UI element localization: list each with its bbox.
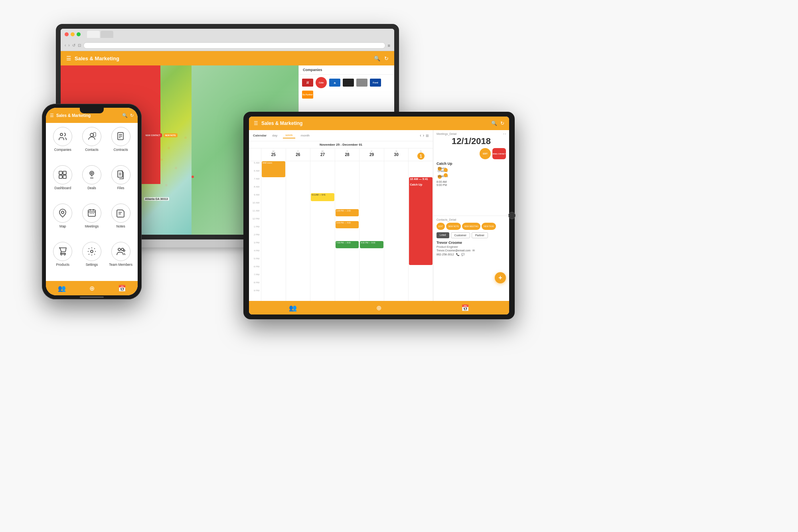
phone-menu-meetings[interactable]: Meetings (79, 204, 105, 239)
contacts-new-note-button[interactable]: NEW NOTE (446, 223, 461, 230)
event-thu-1[interactable]: 1:00 PM — 2:00 (336, 209, 359, 216)
contact-email: Trevor.Croome@email.com ✉ (437, 249, 506, 252)
address-bar[interactable] (83, 42, 385, 49)
hamburger-icon[interactable]: ☰ (66, 55, 71, 61)
phone-menu-team[interactable]: Team Members (108, 242, 134, 277)
cal-tab-month[interactable]: month (298, 133, 312, 138)
settings-icon (82, 242, 101, 261)
company-logo-cocacola[interactable]: Coke (316, 77, 327, 88)
contacts-new-task-button[interactable]: NEW TASK (482, 223, 496, 230)
phone-menu-contracts[interactable]: Contracts (108, 127, 134, 162)
phone-menu-map[interactable]: Map (50, 204, 76, 239)
svg-rect-9 (59, 175, 62, 178)
close-button[interactable] (65, 32, 69, 36)
contact-type-partner[interactable]: Partner (472, 232, 488, 238)
cal-day-27: W 27 (310, 148, 335, 161)
time-column-header (249, 148, 261, 161)
search-icon[interactable]: 🔍 (374, 55, 380, 61)
companies-label: Companies (54, 148, 71, 152)
calendar-events-area: 8AM event 9:11AM — 9:41 1:00 (261, 161, 433, 301)
phone-body: ☰ Sales & Marketing 🔍 ↻ (42, 104, 142, 299)
phone-menu-deals[interactable]: Deals (79, 165, 105, 200)
event-catchup[interactable]: 10 AM — 9:41Catch Up (409, 177, 433, 265)
phone-bottom-contacts-icon[interactable]: 👥 (58, 285, 66, 292)
time-8am: 8 AM (249, 185, 261, 193)
minimize-button[interactable] (71, 32, 75, 36)
maximize-button[interactable] (77, 32, 81, 36)
tablet-bottom-compass-icon[interactable]: ⊕ (376, 304, 381, 312)
email-icon: ✉ (472, 249, 475, 252)
company-logo-h[interactable]: H (302, 79, 313, 87)
meeting-time-end: 9:00 PM (437, 184, 506, 186)
refresh-button[interactable]: ↺ (72, 43, 75, 47)
back-button[interactable]: ‹ (65, 43, 66, 47)
time-2pm: 2 PM (249, 233, 261, 241)
phone-home-indicator (80, 297, 104, 298)
tablet-refresh-icon[interactable]: ↻ (500, 121, 504, 126)
tablet-search-icon[interactable]: 🔍 (491, 121, 497, 126)
contact-type-customer[interactable]: Customer (451, 232, 470, 238)
svg-rect-17 (88, 210, 95, 216)
tablet-hamburger-icon[interactable]: ☰ (254, 121, 258, 126)
home-button[interactable]: ⊡ (78, 43, 81, 47)
svg-point-12 (91, 172, 93, 174)
cal-grid-icon[interactable]: ⊞ (426, 134, 429, 138)
phone-bottom-compass-icon[interactable]: ⊕ (89, 285, 95, 292)
meetings-edit-button[interactable]: EDIT (480, 148, 491, 159)
tablet-screen: ☰ Sales & Marketing 🔍 ↻ Calendar day (249, 117, 509, 314)
phone-hamburger-icon[interactable]: ☰ (50, 113, 54, 118)
event-thu-3[interactable]: 7:00 PM — 8:00 (336, 241, 359, 248)
company-logo-apple[interactable] (343, 79, 354, 87)
time-5pm: 5 PM (249, 257, 261, 265)
event-mon-1[interactable]: 8AM event (262, 161, 285, 177)
browser-tab-1[interactable] (87, 31, 100, 38)
phone-menu-settings[interactable]: Settings (79, 242, 105, 277)
cal-next-button[interactable]: › (423, 133, 424, 138)
phone-menu-products[interactable]: Products (50, 242, 76, 277)
svg-rect-2 (93, 133, 96, 136)
tablet-bottombar: 👥 ⊕ 📅 (249, 301, 509, 314)
event-thu-2[interactable]: 3:00 PM — 4:00 (336, 221, 359, 228)
contacts-edit-button[interactable]: EDIT (437, 223, 445, 230)
contacts-new-meeting-button[interactable]: NEW MEETING (462, 223, 480, 230)
refresh-icon[interactable]: ↻ (384, 55, 389, 61)
phone-menu-companies[interactable]: Companies (50, 127, 76, 162)
company-logo-ford[interactable]: Ford (370, 79, 381, 87)
phone-menu-files[interactable]: Files (108, 165, 134, 200)
company-logo-sofurther[interactable]: So Further (302, 91, 313, 99)
cal-tab-day[interactable]: day (270, 133, 280, 138)
add-contact-button[interactable]: + (495, 272, 506, 283)
time-9am: 9 AM (249, 193, 261, 201)
time-10am: 10 AM (249, 201, 261, 209)
phone-menu-notes[interactable]: Notes (108, 204, 134, 239)
event-wed-1[interactable]: 9:11AM — 9:41 (311, 193, 334, 201)
browser-menu-icon[interactable]: ≡ (388, 43, 390, 48)
cal-prev-button[interactable]: ‹ (420, 133, 421, 138)
phone-menu-dashboard[interactable]: Dashboard (50, 165, 76, 200)
event-fri-1[interactable]: 8:00 PM — 9:00 (360, 241, 383, 248)
phone-search-icon[interactable]: 🔍 (122, 113, 128, 118)
contracts-label: Contracts (113, 148, 128, 152)
tablet-bottom-contacts-icon[interactable]: 👥 (289, 304, 297, 312)
phone-bottom-calendar-icon[interactable]: 📅 (118, 285, 126, 292)
contacts-detail-panel: Contacts_Detail EDIT NEW NOTE NEW MEETIN… (433, 216, 509, 301)
browser-tab-2[interactable] (101, 31, 113, 38)
phone-menu-contacts[interactable]: Contacts (79, 127, 105, 162)
contact-name: Trevor Croome (437, 241, 506, 245)
meetings-email-button[interactable]: EMAIL CONTACT (492, 148, 506, 159)
contact-type-lead[interactable]: Lead (437, 232, 449, 238)
meeting-time-start: 8:00 AM (437, 180, 506, 183)
tablet-bottom-calendar-icon[interactable]: 📅 (461, 304, 469, 312)
svg-point-0 (60, 133, 63, 136)
dashboard-icon (53, 165, 72, 184)
cal-day-1: S 1 (408, 148, 433, 161)
browser-chrome: ‹ › ↺ ⊡ ≡ (61, 29, 394, 51)
tablet-home-button[interactable] (508, 212, 516, 219)
map-address: Atlanta GA 30313 (144, 197, 169, 201)
company-logo-unknown[interactable] (356, 79, 367, 87)
phone-refresh-icon[interactable]: ↻ (130, 113, 134, 118)
cal-tab-week[interactable]: week (283, 133, 295, 138)
map-pin (192, 176, 194, 178)
forward-button[interactable]: › (68, 43, 69, 47)
company-logo-amazon[interactable]: a (329, 79, 340, 87)
